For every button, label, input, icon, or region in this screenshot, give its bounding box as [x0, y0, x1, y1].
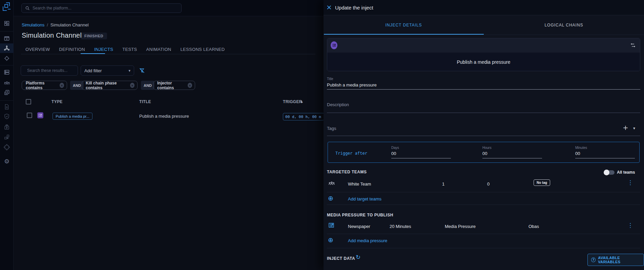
update-inject-drawer: × Update the inject INJECT DETAILS LOGIC…: [324, 0, 644, 270]
inject-card-header: [327, 38, 640, 53]
status-badge: FINISHED: [81, 33, 107, 39]
filter-chip-injector[interactable]: Injector contains ×: [153, 81, 195, 90]
sidebar-item-payloads[interactable]: [0, 132, 14, 142]
boxes-icon: [4, 134, 10, 140]
filter-operator: AND: [141, 81, 154, 90]
tab-definition[interactable]: DEFINITION: [59, 47, 85, 52]
tab-overview[interactable]: OVERVIEW: [25, 47, 50, 52]
sidebar-item-assets[interactable]: [0, 68, 14, 77]
add-filter-label: Add filter: [84, 68, 102, 73]
column-header-type[interactable]: TYPE: [51, 99, 63, 104]
filter-chip-kill-chain-phase[interactable]: Kill chain phase contains ×: [82, 81, 138, 90]
field-underline: [327, 113, 640, 113]
gear-icon: ⚙: [4, 158, 9, 165]
add-circle-icon[interactable]: ⊕: [328, 237, 333, 243]
main-tabs: OVERVIEW DEFINITION INJECTS TESTS ANIMAT…: [25, 47, 225, 52]
app-logo-icon: [2, 2, 12, 12]
refresh-icon[interactable]: ↻: [356, 254, 360, 260]
inject-avatar: [331, 41, 337, 49]
sidebar-item-scenarios[interactable]: [0, 43, 14, 53]
available-variables-button[interactable]: ? AVAILABLE VARIABLES: [587, 254, 644, 266]
results-search-input[interactable]: [27, 68, 80, 73]
dashboard-icon: [4, 20, 10, 26]
team-tag-chip: No tag: [534, 179, 550, 186]
clear-filters-icon[interactable]: [139, 68, 145, 74]
tab-inject-details[interactable]: INJECT DETAILS: [324, 15, 484, 35]
application-window: ⚙ Simulations / Simulation Channel Simul…: [0, 0, 644, 270]
platform-search-input[interactable]: [33, 6, 178, 11]
list-divider: [327, 234, 640, 234]
groups-icon: [4, 80, 10, 86]
breadcrumb-link-simulations[interactable]: Simulations: [22, 22, 44, 27]
kebab-menu-icon[interactable]: ⋮: [627, 223, 633, 228]
tab-lessons-learned[interactable]: LESSONS LEARNED: [181, 47, 225, 52]
movie-icon: [4, 35, 10, 41]
field-underline: [391, 158, 451, 158]
tab-injects[interactable]: INJECTS: [94, 47, 113, 52]
tab-animation[interactable]: ANIMATION: [146, 47, 171, 52]
rail-divider: [0, 100, 14, 101]
minutes-label: Minutes: [575, 146, 587, 150]
kebab-menu-icon[interactable]: ⋮: [627, 180, 633, 186]
close-icon[interactable]: ×: [326, 4, 332, 11]
remove-filter-icon[interactable]: ×: [130, 83, 134, 88]
chevron-down-icon[interactable]: ▾: [633, 126, 635, 130]
select-all-checkbox[interactable]: [26, 99, 31, 104]
media-channel: Obas: [528, 224, 539, 229]
add-circle-icon[interactable]: ⊕: [328, 195, 333, 201]
trigger-after-label: Trigger after: [335, 151, 367, 156]
help-icon: ?: [591, 257, 596, 262]
sidebar-item-simulations[interactable]: [0, 34, 14, 43]
all-teams-toggle-knob[interactable]: [604, 170, 609, 175]
swap-arrows-icon[interactable]: [630, 42, 636, 48]
minutes-input[interactable]: [575, 151, 633, 156]
list-divider: [327, 205, 640, 205]
trigger-time-chip: 00 d, 00 h, 00 m: [283, 113, 324, 120]
tabs-divider: [21, 54, 315, 54]
remove-filter-icon[interactable]: ×: [60, 83, 64, 88]
sidebar-item-dashboard[interactable]: [0, 19, 14, 28]
sidebar-item-teams[interactable]: [0, 78, 14, 88]
subscriptions-icon: [4, 124, 10, 130]
tabs-divider: [324, 35, 644, 35]
sidebar-item-channels[interactable]: [0, 122, 14, 132]
add-filter-select[interactable]: Add filter ▾: [81, 65, 134, 76]
title-field-input[interactable]: [327, 82, 632, 88]
add-media-pressure-label[interactable]: Add media pressure: [348, 238, 387, 243]
sort-asc-icon[interactable]: ▲: [300, 100, 303, 103]
sidebar-item-settings[interactable]: ⚙: [0, 157, 14, 166]
row-checkbox[interactable]: [27, 113, 32, 118]
chevron-down-icon: ▾: [128, 69, 130, 73]
filter-chip-label: Kill chain phase contains: [86, 81, 128, 90]
column-header-title[interactable]: TITLE: [139, 99, 151, 104]
tags-field-label: Tags: [327, 126, 336, 131]
hours-input[interactable]: [482, 151, 540, 156]
remove-filter-icon[interactable]: ×: [188, 83, 192, 88]
sidebar-item-mitigations[interactable]: [0, 112, 14, 121]
add-target-teams-label[interactable]: Add target teams: [348, 196, 381, 201]
rail-divider: [0, 65, 14, 65]
sidebar-item-atomic-testing[interactable]: [0, 54, 14, 63]
column-header-trigger[interactable]: TRIGGER: [283, 99, 302, 104]
hub-icon: [4, 45, 10, 51]
inject-title-cell: Publish a media pressure: [139, 114, 189, 119]
page-title: Simulation Channel: [22, 32, 82, 39]
sidebar-item-documents[interactable]: [0, 102, 14, 112]
tab-logical-chains[interactable]: LOGICAL CHAINS: [484, 15, 644, 35]
inject-type-chip[interactable]: Publish a media pr...: [53, 113, 92, 120]
add-tag-icon[interactable]: +: [623, 124, 628, 131]
filter-chip-platforms[interactable]: Platforms contains ×: [22, 81, 67, 90]
description-field-input[interactable]: [327, 105, 632, 110]
tab-tests[interactable]: TESTS: [122, 47, 137, 52]
days-input[interactable]: [391, 151, 449, 156]
groups-icon: [328, 180, 335, 187]
platform-search[interactable]: [21, 3, 182, 13]
inject-summary-card: Publish a media pressure: [327, 38, 640, 71]
sidebar-item-components[interactable]: [0, 88, 14, 97]
sidebar-item-integrations[interactable]: [0, 142, 14, 152]
breadcrumb: Simulations / Simulation Channel: [22, 22, 89, 27]
results-search[interactable]: [21, 65, 78, 76]
media-pressure-header: MEDIA PRESSURE TO PUBLISH: [327, 213, 393, 217]
filter-chip-label: Platforms contains: [26, 81, 57, 90]
days-label: Days: [391, 146, 399, 150]
